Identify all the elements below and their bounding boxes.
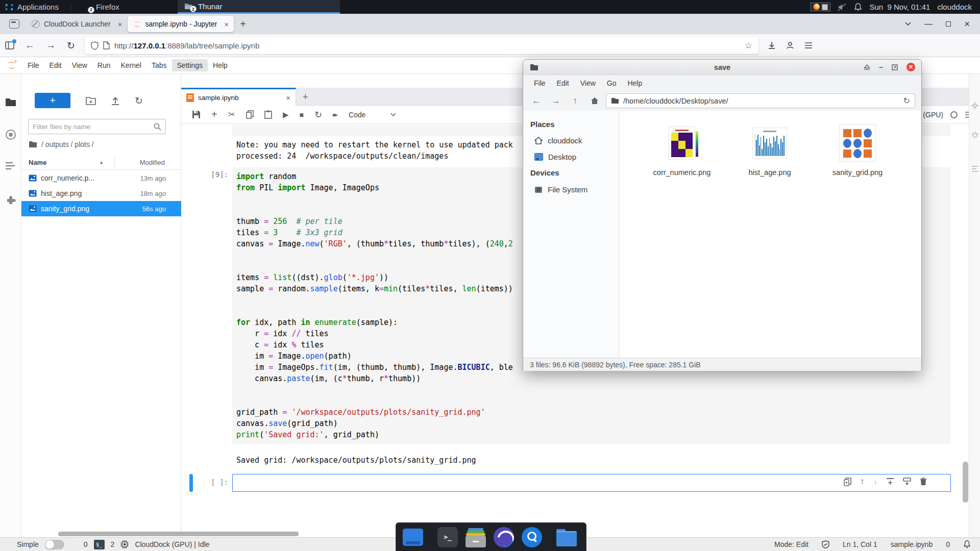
- thunar-menu-go[interactable]: Go: [602, 78, 621, 89]
- thunar-menu-help[interactable]: Help: [623, 78, 647, 89]
- new-folder-icon[interactable]: [86, 96, 96, 105]
- dock-item-show-desktop-icon[interactable]: [402, 527, 424, 548]
- tab-close-icon[interactable]: ×: [286, 93, 290, 102]
- active-cell-collapser[interactable]: [189, 474, 193, 492]
- restart-run-all-button[interactable]: ▸▸: [333, 111, 336, 118]
- list-all-tabs-icon[interactable]: [905, 22, 911, 26]
- thunar-menu-edit[interactable]: Edit: [552, 78, 574, 89]
- horizontal-scrollbar-thumb[interactable]: [58, 532, 299, 536]
- dock-item-file-manager-icon[interactable]: [556, 527, 577, 548]
- sidebar-toggle-icon[interactable]: [5, 41, 14, 49]
- new-tab-button[interactable]: +: [234, 18, 252, 30]
- thunar-menu-view[interactable]: View: [576, 78, 600, 89]
- browser-tab-jupyter[interactable]: sample.ipynb - Jupyter ×: [128, 16, 234, 32]
- delete-cell-icon[interactable]: [920, 478, 927, 486]
- cell-type-dropdown[interactable]: Code: [349, 111, 396, 119]
- thunar-path-text[interactable]: /home/clouddock/Desktop/save/: [623, 97, 728, 105]
- name-column-header[interactable]: Name: [29, 159, 46, 166]
- window-maximize-icon[interactable]: [892, 64, 898, 70]
- new-launcher-button[interactable]: +: [35, 93, 70, 108]
- window-close-button[interactable]: ×: [964, 18, 970, 30]
- kernel-status-label[interactable]: CloudDock (GPU) | Idle: [135, 540, 209, 548]
- applications-menu[interactable]: Applications: [0, 0, 66, 14]
- firefox-view-icon[interactable]: [9, 19, 19, 29]
- menu-help[interactable]: Help: [208, 59, 233, 71]
- volume-muted-icon[interactable]: [838, 3, 847, 11]
- thunar-title-bar[interactable]: save − ✕: [523, 60, 921, 75]
- thunar-home-button[interactable]: [589, 97, 601, 105]
- insert-cell-above-icon[interactable]: [886, 478, 894, 486]
- copy-cells-button[interactable]: [246, 110, 254, 119]
- vertical-scrollbar-thumb[interactable]: [963, 462, 968, 503]
- new-dock-tab-button[interactable]: +: [303, 92, 308, 103]
- downloads-icon[interactable]: [768, 41, 776, 49]
- debugger-icon[interactable]: [971, 131, 978, 138]
- bookmark-star-icon[interactable]: ☆: [745, 40, 752, 51]
- notebook-tab[interactable]: sample.ipynb ×: [181, 88, 296, 106]
- menu-run[interactable]: Run: [92, 59, 116, 71]
- url-text[interactable]: http://127.0.0.1:8889/lab/tree/sample.ip…: [114, 41, 740, 50]
- taskbar-item-firefox[interactable]: 2 Firefox: [76, 0, 178, 14]
- breadcrumb[interactable]: / outputs / plots /: [29, 140, 94, 148]
- terminal-count[interactable]: 2: [111, 540, 115, 548]
- window-shade-icon[interactable]: [864, 64, 870, 70]
- window-minimize-icon[interactable]: −: [879, 63, 883, 71]
- restart-kernel-button[interactable]: ↻: [314, 109, 322, 120]
- file-row[interactable]: sanity_grid.png56s ago: [21, 201, 181, 216]
- back-button[interactable]: ←: [25, 40, 35, 51]
- dock-item-terminal-icon[interactable]: >_: [437, 527, 458, 548]
- browser-tab-clouddock-launcher[interactable]: CloudDock Launcher ×: [27, 16, 128, 32]
- duplicate-cell-icon[interactable]: [844, 478, 851, 486]
- file-list-header[interactable]: Name ▲ Modified: [21, 156, 181, 170]
- dock-item-search-icon[interactable]: [521, 527, 543, 548]
- taskbar-item-thunar[interactable]: 2 Thunar: [178, 0, 340, 14]
- thunar-path-bar[interactable]: /home/clouddock/Desktop/save/ ↻: [606, 93, 915, 108]
- upload-icon[interactable]: [111, 96, 119, 105]
- cut-cells-button[interactable]: ✂: [228, 109, 235, 120]
- file-row[interactable]: hist_age.png18m ago: [21, 186, 181, 201]
- menu-settings[interactable]: Settings: [172, 59, 208, 71]
- insert-cell-below-icon[interactable]: [903, 478, 911, 486]
- notification-count[interactable]: 0: [946, 540, 950, 548]
- insert-cell-button[interactable]: +: [211, 109, 217, 120]
- filter-files-box[interactable]: [28, 119, 166, 134]
- window-close-icon[interactable]: ✕: [906, 63, 915, 71]
- reload-button[interactable]: ↻: [67, 40, 75, 52]
- terminal-icon[interactable]: $_: [94, 540, 105, 549]
- menu-kernel[interactable]: Kernel: [115, 59, 146, 71]
- paste-cells-button[interactable]: [264, 110, 272, 119]
- move-cell-down-icon[interactable]: ↓: [873, 477, 878, 487]
- thunar-back-button[interactable]: ←: [530, 96, 543, 106]
- firefox-tray-icon[interactable]: [813, 4, 820, 10]
- editor-mode-label[interactable]: Mode: Edit: [774, 540, 808, 548]
- thunar-menu-file[interactable]: File: [529, 78, 550, 89]
- notifications-bell-icon[interactable]: [854, 3, 862, 11]
- file-browser-tab-icon[interactable]: [5, 97, 16, 107]
- active-file-label[interactable]: sample.ipynb: [891, 540, 933, 548]
- panel-clock[interactable]: Sun 9 Nov, 01:41: [869, 3, 930, 11]
- dock-item-web-browser-icon[interactable]: [493, 527, 514, 548]
- menu-file[interactable]: File: [22, 59, 44, 71]
- right-toc-icon[interactable]: [971, 166, 978, 172]
- refresh-file-list-icon[interactable]: ↻: [135, 95, 143, 107]
- run-cell-button[interactable]: ▶: [283, 110, 289, 119]
- tab-close-icon[interactable]: ×: [118, 20, 122, 29]
- property-inspector-icon[interactable]: [971, 102, 978, 109]
- cursor-position-label[interactable]: Ln 1, Col 1: [843, 540, 877, 548]
- system-tray[interactable]: [811, 3, 830, 11]
- extensions-tab-icon[interactable]: [5, 195, 16, 207]
- thunar-file[interactable]: hist_age.png: [731, 122, 808, 177]
- running-kernels-tab-icon[interactable]: [5, 129, 16, 140]
- thunar-reload-icon[interactable]: ↻: [903, 96, 910, 106]
- move-cell-up-icon[interactable]: ↑: [860, 477, 865, 487]
- dock-item-file-cabinet-icon[interactable]: [465, 527, 486, 548]
- empty-code-cell[interactable]: [232, 474, 951, 492]
- page-info-icon[interactable]: [103, 41, 110, 49]
- kernel-status-icon[interactable]: [950, 111, 958, 118]
- place-home[interactable]: clouddock: [534, 136, 582, 145]
- save-button[interactable]: [192, 110, 201, 119]
- filter-files-input[interactable]: [33, 123, 154, 131]
- thunar-file[interactable]: sanity_grid.png: [819, 122, 896, 177]
- file-row[interactable]: corr_numeric.p...13m ago: [21, 170, 181, 186]
- table-of-contents-tab-icon[interactable]: [5, 162, 16, 171]
